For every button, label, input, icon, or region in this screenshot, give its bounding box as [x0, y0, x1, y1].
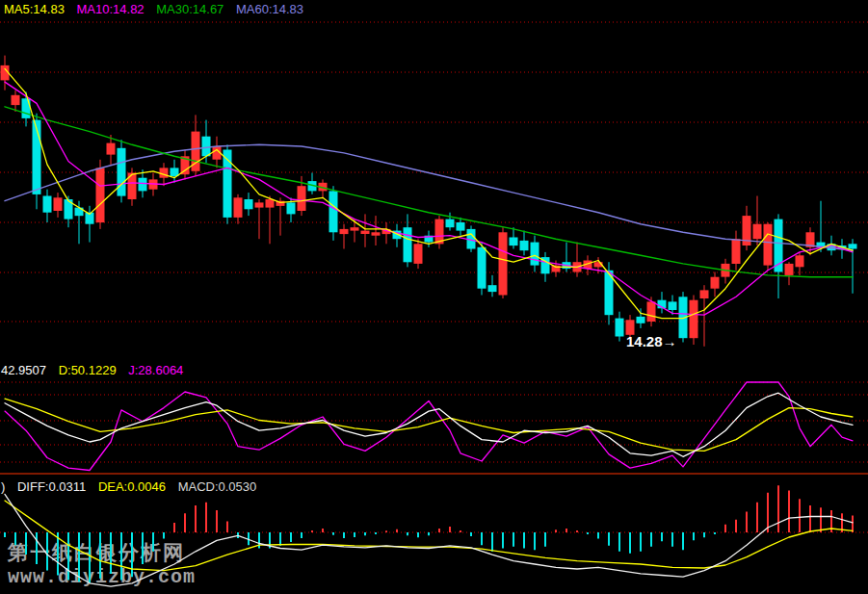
kdj-j-value: J:28.6064	[128, 363, 183, 377]
candlesticks	[1, 56, 857, 347]
macd-value: MACD:0.0530	[178, 479, 257, 494]
ma-indicator-row: MA5:14.83 MA10:14.82 MA30:14.67 MA60:14.…	[4, 2, 312, 16]
ma5-value: MA5:14.83	[4, 2, 65, 16]
kdj-d-value: D:50.1229	[59, 363, 117, 377]
macd-indicator-row: ) DIFF:0.0311 DEA:0.0046 MACD:0.0530	[1, 479, 265, 494]
ma10-value: MA10:14.82	[77, 2, 145, 16]
kdj-k-value: 42.9507	[1, 363, 46, 377]
ma30-value: MA30:14.67	[156, 2, 224, 16]
macd-dea-value: DEA:0.0046	[98, 479, 166, 494]
chart-canvas[interactable]	[0, 0, 868, 594]
macd-prefix: )	[1, 479, 5, 494]
ma60-value: MA60:14.83	[236, 2, 303, 16]
gridlines	[0, 22, 868, 532]
chart-window: 第一纸白银分析网 www.diyizby.com MA5:14.83 MA10:…	[0, 0, 868, 594]
low-price-annotation: 14.28→	[626, 333, 677, 349]
kdj-indicator-row: 42.9507 D:50.1229 J:28.6064	[1, 363, 192, 377]
macd-diff-value: DIFF:0.0311	[17, 479, 86, 494]
kdj-lines	[5, 382, 853, 471]
